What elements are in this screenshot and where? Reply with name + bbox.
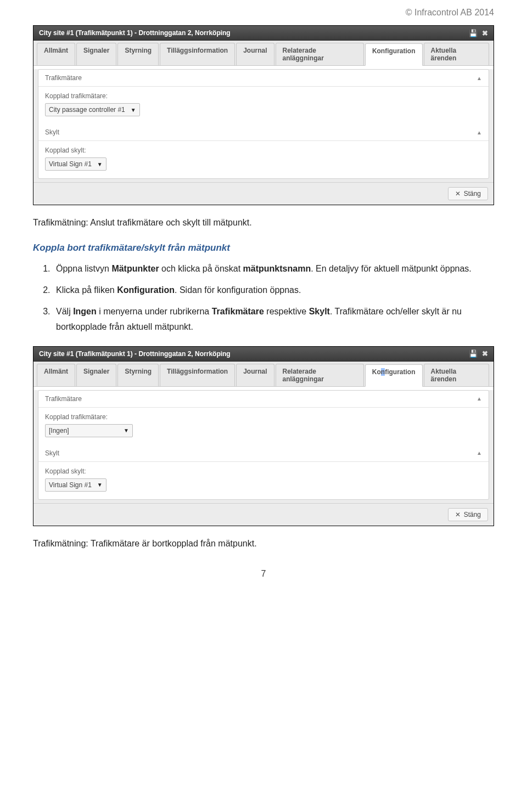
panel2-content-outer: Trafikmätare ▲ Kopplad trafikmätare: [In… xyxy=(33,390,494,526)
document-body: City site #1 (Trafikmätpunkt 1) - Drottn… xyxy=(0,25,527,595)
panel2-footer: ✕ Stäng xyxy=(33,503,494,526)
config-panel-1: City site #1 (Trafikmätpunkt 1) - Drottn… xyxy=(33,25,494,205)
panel2-titlebar-icons: 💾 ✖ xyxy=(469,350,488,357)
trafik-select[interactable]: [Ingen] ▼ xyxy=(45,424,133,437)
figure-caption-1: Trafikmätning: Anslut trafikmätare och s… xyxy=(33,216,494,229)
chevron-down-icon: ▼ xyxy=(124,427,129,433)
tab-tillagg[interactable]: Tilläggsinformation xyxy=(160,364,235,386)
panel2-content: Trafikmätare ▲ Kopplad trafikmätare: [In… xyxy=(38,390,489,500)
panel1-content: Trafikmätare ▲ Kopplad trafikmätare: Cit… xyxy=(38,69,489,179)
close-x-icon: ✕ xyxy=(455,190,461,198)
panel1-footer: ✕ Stäng xyxy=(33,182,494,205)
tab-relaterade[interactable]: Relaterade anläggningar xyxy=(276,43,364,65)
skylt-select[interactable]: Virtual Sign #1 ▼ xyxy=(45,157,106,171)
save-icon[interactable]: 💾 xyxy=(469,30,478,37)
close-icon[interactable]: ✖ xyxy=(482,30,488,37)
step-2: Klicka på fliken Konfiguration. Sidan fö… xyxy=(53,283,494,297)
section-skylt-header[interactable]: Skylt ▲ xyxy=(38,124,489,141)
panel1-content-outer: Trafikmätare ▲ Kopplad trafikmätare: Cit… xyxy=(33,69,494,205)
tab-konfiguration[interactable]: Konfiguration xyxy=(365,43,423,66)
page-header: © Infracontrol AB 2014 xyxy=(0,0,527,22)
instruction-steps: Öppna listvyn Mätpunkter och klicka på ö… xyxy=(53,261,494,334)
kopplad-skylt-label: Kopplad skylt: xyxy=(45,467,482,475)
copyright: © Infracontrol AB 2014 xyxy=(406,8,494,17)
tab-allmant[interactable]: Allmänt xyxy=(37,364,75,386)
trafik-select[interactable]: City passage controller #1 ▼ xyxy=(45,103,140,116)
close-button[interactable]: ✕ Stäng xyxy=(448,508,488,521)
tab-journal[interactable]: Journal xyxy=(236,43,274,65)
close-button[interactable]: ✕ Stäng xyxy=(448,187,488,200)
config-panel-2: City site #1 (Trafikmätpunkt 1) - Drottn… xyxy=(33,346,494,526)
panel1-title: City site #1 (Trafikmätpunkt 1) - Drottn… xyxy=(39,29,231,37)
save-icon[interactable]: 💾 xyxy=(469,350,478,357)
close-icon[interactable]: ✖ xyxy=(482,350,488,357)
section-heading: Koppla bort trafikmätare/skylt från mätp… xyxy=(33,243,494,253)
tab-styrning[interactable]: Styrning xyxy=(117,364,159,386)
section-skylt-header[interactable]: Skylt ▲ xyxy=(38,445,489,462)
tab-konfiguration[interactable]: Konfiguration xyxy=(365,364,423,387)
panel1-titlebar-icons: 💾 ✖ xyxy=(469,30,488,37)
section-trafikmatare-body: Kopplad trafikmätare: [Ingen] ▼ xyxy=(38,408,489,445)
panel2-title: City site #1 (Trafikmätpunkt 1) - Drottn… xyxy=(39,350,231,358)
panel2-titlebar: City site #1 (Trafikmätpunkt 1) - Drottn… xyxy=(33,347,494,362)
section-trafikmatare-body: Kopplad trafikmätare: City passage contr… xyxy=(38,87,489,124)
tab-signaler[interactable]: Signaler xyxy=(76,43,116,65)
caret-up-icon: ▲ xyxy=(476,450,482,456)
panel1-titlebar: City site #1 (Trafikmätpunkt 1) - Drottn… xyxy=(33,26,494,41)
tab-signaler[interactable]: Signaler xyxy=(76,364,116,386)
chevron-down-icon: ▼ xyxy=(131,107,136,113)
tab-journal[interactable]: Journal xyxy=(236,364,274,386)
kopplad-trafik-label: Kopplad trafikmätare: xyxy=(45,413,482,421)
skylt-select[interactable]: Virtual Sign #1 ▼ xyxy=(45,478,106,492)
page-number: 7 xyxy=(33,569,494,579)
section-trafikmatare-header[interactable]: Trafikmätare ▲ xyxy=(38,391,489,408)
chevron-down-icon: ▼ xyxy=(97,482,103,488)
tab-relaterade[interactable]: Relaterade anläggningar xyxy=(276,364,364,386)
step-1: Öppna listvyn Mätpunkter och klicka på ö… xyxy=(53,261,494,276)
kopplad-skylt-label: Kopplad skylt: xyxy=(45,146,482,154)
tab-aktuella[interactable]: Aktuella ärenden xyxy=(424,364,489,386)
tab-styrning[interactable]: Styrning xyxy=(117,43,159,65)
kopplad-trafik-label: Kopplad trafikmätare: xyxy=(45,92,482,100)
caret-up-icon: ▲ xyxy=(476,75,482,81)
section-skylt-body: Kopplad skylt: Virtual Sign #1 ▼ xyxy=(38,141,489,178)
section-skylt-body: Kopplad skylt: Virtual Sign #1 ▼ xyxy=(38,462,489,499)
section-trafikmatare-header[interactable]: Trafikmätare ▲ xyxy=(38,70,489,87)
caret-up-icon: ▲ xyxy=(476,396,482,402)
tab-allmant[interactable]: Allmänt xyxy=(37,43,75,65)
panel2-tabs: Allmänt Signaler Styrning Tilläggsinform… xyxy=(33,362,494,387)
chevron-down-icon: ▼ xyxy=(97,161,103,167)
caret-up-icon: ▲ xyxy=(476,129,482,136)
figure-caption-2: Trafikmätning: Trafikmätare är bortkoppl… xyxy=(33,537,494,550)
tab-aktuella[interactable]: Aktuella ärenden xyxy=(424,43,489,65)
panel1-tabs: Allmänt Signaler Styrning Tilläggsinform… xyxy=(33,41,494,66)
close-x-icon: ✕ xyxy=(455,511,461,518)
step-3: Välj Ingen i menyerna under rubrikerna T… xyxy=(53,304,494,334)
tab-tillagg[interactable]: Tilläggsinformation xyxy=(160,43,235,65)
